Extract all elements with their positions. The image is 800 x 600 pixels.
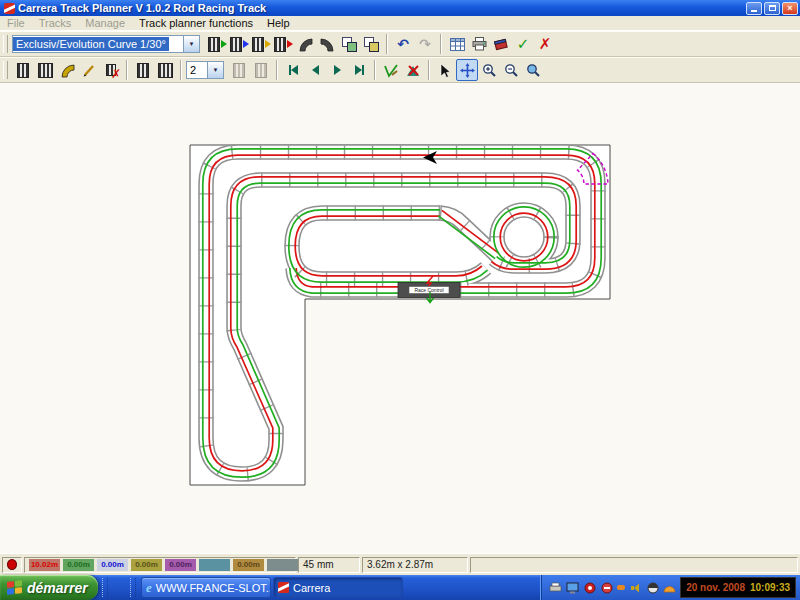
task-label: WWW.FRANCE-SLOT...	[156, 582, 271, 594]
add-straight-pair-button[interactable]	[34, 59, 56, 81]
toolbar-grip[interactable]	[3, 61, 8, 79]
discard-button[interactable]: ✗	[534, 33, 556, 55]
menu-help[interactable]: Help	[260, 17, 297, 29]
tray-volume-icon[interactable]	[629, 581, 642, 594]
chevron-down-icon[interactable]: ▼	[183, 36, 199, 52]
tray-antivirus-icon[interactable]	[583, 581, 596, 594]
undo-button[interactable]: ↶	[392, 33, 414, 55]
menu-bar: File Tracks Manage Track planner functio…	[0, 16, 800, 31]
track-piece-icon	[208, 37, 220, 52]
delete-piece-button[interactable]: ✗	[100, 59, 122, 81]
track-plan[interactable]: Race Control	[0, 83, 800, 553]
layout-boundary	[190, 145, 610, 485]
rotate-curve-right-button[interactable]	[316, 33, 338, 55]
apply-button[interactable]: ✓	[512, 33, 534, 55]
go-next-piece-button[interactable]	[326, 59, 348, 81]
tray-display-icon[interactable]	[566, 581, 579, 594]
add-straight-button[interactable]	[12, 59, 34, 81]
remove-piece-button[interactable]	[272, 33, 294, 55]
clock-time: 10:09:33	[750, 582, 790, 593]
undo-icon: ↶	[397, 36, 409, 52]
piece-selector-combo[interactable]: Exclusiv/Evolution Curve 1/30° ▼	[12, 35, 200, 53]
lane-length-chip	[267, 559, 298, 571]
quick-launch-grip[interactable]	[102, 578, 108, 597]
duplicate-piece-button[interactable]	[338, 33, 360, 55]
grid-size-value: 45 mm	[303, 559, 334, 570]
tray-messenger-icon[interactable]	[646, 581, 659, 594]
insert-piece-backward-button[interactable]	[228, 33, 250, 55]
rotate-curve-left-button[interactable]	[294, 33, 316, 55]
tray-weather-icon[interactable]	[663, 581, 676, 594]
taskbar-task-carrera[interactable]: Carrera	[273, 577, 403, 598]
lane-count-combo[interactable]: 2 ▼	[186, 61, 224, 79]
taskbar-clock[interactable]: 20 nov. 2008 10:09:33	[680, 577, 796, 598]
go-first-piece-button[interactable]	[282, 59, 304, 81]
tray-indicator-icon[interactable]	[617, 581, 625, 594]
straight-track-icon	[137, 63, 149, 78]
insert-standard-straight-button[interactable]	[132, 59, 154, 81]
pan-tool-button[interactable]	[456, 59, 478, 81]
disconnect-lanes-button[interactable]	[250, 59, 272, 81]
go-previous-piece-button[interactable]	[304, 59, 326, 81]
piece-selector-value: Exclusiv/Evolution Curve 1/30°	[13, 37, 169, 51]
edit-piece-button[interactable]	[78, 59, 100, 81]
print-button[interactable]	[468, 33, 490, 55]
toolbar-grip[interactable]	[3, 35, 8, 53]
curve-right-icon	[320, 37, 335, 52]
menu-manage[interactable]: Manage	[78, 17, 132, 29]
tray-security-icon[interactable]	[600, 581, 613, 594]
maximize-button[interactable]	[764, 2, 780, 15]
cross-icon: ✗	[539, 35, 552, 53]
zoom-out-button[interactable]	[500, 59, 522, 81]
menu-tracks[interactable]: Tracks	[32, 17, 79, 29]
lane-length-chip: 10.02m	[29, 559, 60, 571]
task-area-grip[interactable]	[130, 578, 136, 597]
parts-list-button[interactable]	[446, 33, 468, 55]
taskbar-task-browser[interactable]: e WWW.FRANCE-SLOT...	[141, 577, 271, 598]
lane-length-chip: 0.00m	[233, 559, 264, 571]
help-book-button[interactable]	[490, 33, 512, 55]
yellow-arrow-icon	[265, 40, 271, 48]
first-icon	[291, 65, 298, 75]
straight-track-icon	[17, 63, 29, 78]
close-button[interactable]: ×	[782, 2, 798, 15]
status-filler-panel	[470, 557, 798, 573]
insert-third-straight-button[interactable]	[154, 59, 176, 81]
start-button[interactable]: démarrer	[0, 575, 98, 600]
add-curve-button[interactable]	[56, 59, 78, 81]
redo-button[interactable]: ↷	[414, 33, 436, 55]
replace-piece-button[interactable]	[250, 33, 272, 55]
main-toolbar: Exclusiv/Evolution Curve 1/30° ▼ ↶ ↷	[0, 31, 800, 57]
start-label: démarrer	[27, 580, 88, 596]
connector-track-icon	[233, 63, 245, 78]
zoom-fit-button[interactable]	[522, 59, 544, 81]
window-title: Carrera Track Planner V 1.0.2 Rod Racing…	[18, 2, 266, 14]
check-icon: ✓	[517, 35, 530, 53]
clear-measure-button[interactable]	[402, 59, 424, 81]
select-tool-button[interactable]	[434, 59, 456, 81]
redo-icon: ↷	[419, 36, 431, 52]
menu-file[interactable]: File	[0, 17, 32, 29]
insert-piece-forward-button[interactable]	[206, 33, 228, 55]
duplicate-section-button[interactable]	[360, 33, 382, 55]
curve-track-icon	[60, 63, 75, 78]
carrera-app-icon	[278, 582, 289, 593]
measure-button[interactable]	[380, 59, 402, 81]
drawing-canvas[interactable]: Race Control	[0, 83, 800, 553]
system-tray: 20 nov. 2008 10:09:33	[540, 575, 800, 600]
track-dimensions-panel: 3.62m x 2.87m	[362, 557, 468, 573]
red-arrow-icon	[287, 40, 293, 48]
zoom-in-button[interactable]	[478, 59, 500, 81]
pointer-icon	[438, 63, 452, 78]
title-bar: Carrera Track Planner V 1.0.2 Rod Racing…	[0, 0, 800, 16]
app-icon	[4, 3, 15, 14]
previous-icon	[312, 65, 319, 75]
tray-printer-icon[interactable]	[549, 581, 562, 594]
go-last-piece-button[interactable]	[348, 59, 370, 81]
menu-track-planner-functions[interactable]: Track planner functions	[132, 17, 260, 29]
minimize-button[interactable]	[746, 2, 762, 15]
connect-lanes-button[interactable]	[228, 59, 250, 81]
track-piece-icon	[274, 37, 286, 52]
pencil-icon	[82, 63, 96, 77]
chevron-down-icon[interactable]: ▼	[207, 62, 223, 78]
